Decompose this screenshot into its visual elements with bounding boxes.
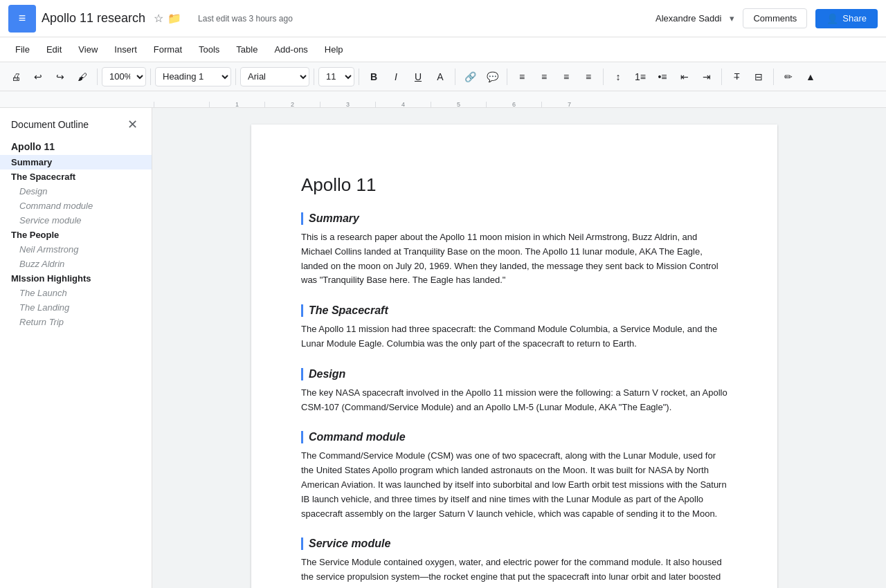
section-heading-service-module: Service module (301, 538, 727, 550)
menu-format[interactable]: Format (147, 42, 189, 57)
redo-button[interactable]: ↪ (50, 66, 71, 87)
sidebar-title: Document Outline (11, 119, 89, 130)
menu-bar: File Edit View Insert Format Tools Table… (0, 37, 886, 62)
text-color-button[interactable]: A (430, 66, 451, 87)
section-body-service-module: The Service Module contained oxygen, wat… (301, 555, 727, 588)
outline-item-mission-highlights[interactable]: MIssion Highlights (0, 271, 152, 286)
toolbar: 🖨 ↩ ↪ 🖌 100%75%125%150% Heading 1Heading… (0, 62, 886, 91)
close-sidebar-button[interactable]: ✕ (124, 116, 141, 133)
document-page[interactable]: Apollo 11 Summary This is a research pap… (251, 125, 777, 588)
undo-button[interactable]: ↩ (28, 66, 48, 87)
numbered-list-button[interactable]: 1≡ (630, 66, 651, 87)
separator-1 (97, 68, 98, 85)
align-center-button[interactable]: ≡ (534, 66, 554, 87)
bulleted-list-button[interactable]: •≡ (652, 66, 673, 87)
outline-item-design[interactable]: Design (0, 184, 152, 199)
ruler-mark-1: 1 (209, 102, 264, 107)
print-button[interactable]: 🖨 (6, 66, 26, 87)
outline-item-people[interactable]: The People (0, 228, 152, 242)
ruler: 1 2 3 4 5 6 7 (0, 91, 886, 108)
ruler-mark-2: 2 (264, 102, 320, 107)
comment-button[interactable]: 💬 (482, 66, 503, 87)
outline-item-launch[interactable]: The Launch (0, 286, 152, 300)
doc-title[interactable]: Apollo 11 research (42, 11, 145, 26)
section-heading-summary: Summary (301, 212, 727, 225)
outline-item-neil-armstrong[interactable]: Neil Armstrong (0, 242, 152, 257)
ruler-mark-4: 4 (375, 102, 431, 107)
justify-button[interactable]: ≡ (578, 66, 599, 87)
menu-edit[interactable]: Edit (39, 42, 69, 57)
clear-format-button[interactable]: T̶ (726, 66, 747, 87)
line-spacing-button[interactable]: ↕ (608, 66, 629, 87)
collapse-toolbar-button[interactable]: ▲ (800, 66, 821, 87)
menu-insert[interactable]: Insert (107, 42, 144, 57)
section-body-summary: This is a research paper about the Apoll… (301, 230, 727, 288)
link-button[interactable]: 🔗 (460, 66, 480, 87)
menu-file[interactable]: File (8, 42, 37, 57)
outline-item-buzz-aldrin[interactable]: Buzz Aldrin (0, 257, 152, 271)
columns-button[interactable]: ⊟ (748, 66, 769, 87)
document-main-title: Apollo 11 (301, 174, 727, 196)
ruler-mark-0 (154, 102, 209, 107)
app-icon: ≡ (8, 5, 36, 33)
menu-view[interactable]: View (71, 42, 105, 57)
comments-button[interactable]: Comments (743, 8, 807, 28)
underline-button[interactable]: U (408, 66, 428, 87)
menu-help[interactable]: Help (318, 42, 350, 57)
section-heading-design: Design (301, 368, 727, 380)
bold-button[interactable]: B (363, 66, 384, 87)
separator-8 (603, 68, 604, 85)
decrease-indent-button[interactable]: ⇤ (674, 66, 695, 87)
section-heading-spacecraft: The Spacecraft (301, 304, 727, 317)
folder-icon[interactable]: 📁 (168, 12, 181, 25)
last-edit-text: Last edit was 3 hours ago (198, 14, 293, 24)
share-button[interactable]: 👤 Share (815, 9, 878, 28)
share-icon: 👤 (826, 13, 838, 24)
star-icon[interactable]: ☆ (154, 12, 163, 25)
menu-table[interactable]: Table (229, 42, 264, 57)
menu-addons[interactable]: Add-ons (267, 42, 314, 57)
separator-6 (455, 68, 455, 85)
section-body-design: The key NASA spacecraft involved in the … (301, 386, 727, 415)
ruler-mark-5: 5 (431, 102, 486, 107)
section-body-spacecraft: The Apollo 11 mission had three spacecra… (301, 322, 727, 351)
separator-9 (721, 68, 722, 85)
increase-indent-button[interactable]: ⇥ (696, 66, 717, 87)
heading-style-select[interactable]: Heading 1Heading 2Heading 3Normal text (155, 67, 231, 86)
outline-item-apollo11[interactable]: Apollo 11 (0, 138, 152, 155)
sidebar-header: Document Outline ✕ (0, 108, 152, 138)
outline-item-landing[interactable]: The Landing (0, 300, 152, 315)
separator-10 (773, 68, 774, 85)
user-dropdown-icon[interactable]: ▾ (730, 13, 734, 24)
user-name: Alexandre Saddi (656, 13, 721, 24)
separator-5 (359, 68, 359, 85)
menu-tools[interactable]: Tools (192, 42, 226, 57)
separator-2 (150, 68, 151, 85)
align-right-button[interactable]: ≡ (556, 66, 577, 87)
top-right-actions: Alexandre Saddi ▾ Comments 👤 Share (656, 8, 878, 28)
ruler-mark-3: 3 (320, 102, 375, 107)
section-heading-command-module: Command module (301, 431, 727, 443)
font-select[interactable]: ArialTimes New RomanCourier New (240, 67, 309, 86)
outline-item-summary[interactable]: Summary (0, 155, 152, 169)
outline-item-spacecraft[interactable]: The Spacecraft (0, 169, 152, 184)
separator-4 (314, 68, 314, 85)
outline-item-command-module[interactable]: Command module (0, 199, 152, 213)
align-left-button[interactable]: ≡ (512, 66, 532, 87)
separator-7 (507, 68, 507, 85)
separator-3 (235, 68, 236, 85)
italic-button[interactable]: I (386, 66, 406, 87)
outline-item-return-trip[interactable]: Return Trip (0, 315, 152, 329)
paint-format-button[interactable]: 🖌 (72, 66, 93, 87)
outline-item-service-module[interactable]: Service module (0, 213, 152, 228)
font-size-select[interactable]: 118101214 (318, 67, 354, 86)
document-outline-sidebar: Document Outline ✕ Apollo 11 Summary The… (0, 108, 152, 588)
ruler-mark-6: 6 (486, 102, 541, 107)
title-icons: ☆ 📁 (154, 12, 181, 25)
zoom-select[interactable]: 100%75%125%150% (102, 67, 146, 86)
ruler-mark-7: 7 (541, 102, 597, 107)
document-area[interactable]: Apollo 11 Summary This is a research pap… (152, 108, 876, 588)
edit-mode-button[interactable]: ✏ (778, 66, 799, 87)
section-body-command-module: The Command/Service Module (CSM) was one… (301, 449, 727, 521)
vertical-scrollbar[interactable] (876, 108, 886, 588)
